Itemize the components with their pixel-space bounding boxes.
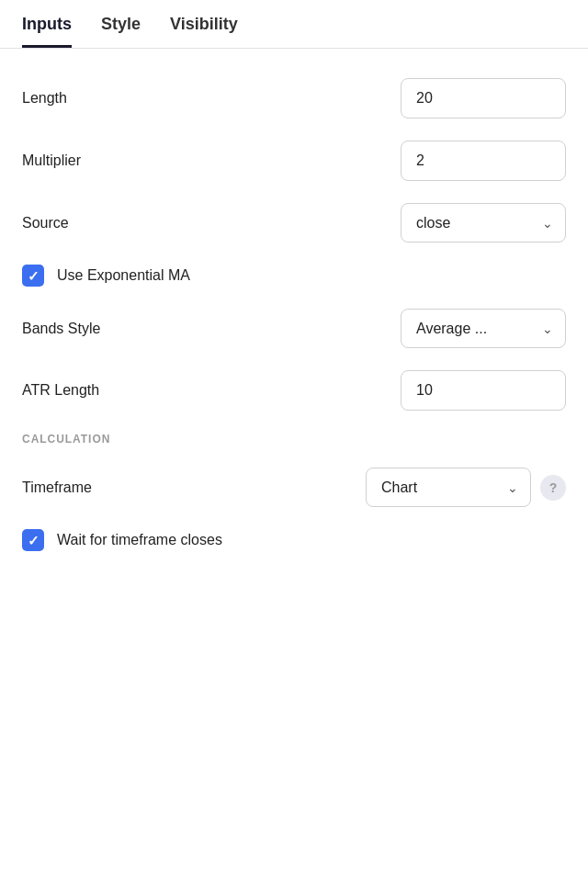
calculation-section: CALCULATION Timeframe Chart 1m 5m 15m 1h… <box>22 433 566 551</box>
wait-checkmark-icon: ✓ <box>28 534 40 547</box>
timeframe-right: Chart 1m 5m 15m 1h 4h 1D ⌄ ? <box>366 468 566 507</box>
bands-style-select-wrapper: Average ... Standard Deviation ATR ⌄ <box>401 309 566 348</box>
use-exponential-ma-label: Use Exponential MA <box>57 267 190 284</box>
tabs-bar: Inputs Style Visibility <box>0 0 588 49</box>
multiplier-label: Multiplier <box>22 152 81 169</box>
bands-style-label: Bands Style <box>22 321 100 337</box>
timeframe-select[interactable]: Chart 1m 5m 15m 1h 4h 1D <box>366 468 531 507</box>
calculation-section-label: CALCULATION <box>22 433 566 446</box>
timeframe-help-icon[interactable]: ? <box>540 475 566 501</box>
length-row: Length <box>22 78 566 118</box>
wait-for-timeframe-closes-row: ✓ Wait for timeframe closes <box>22 529 566 551</box>
source-select[interactable]: close open high low hl2 hlc3 ohlc4 <box>401 203 566 242</box>
wait-for-timeframe-closes-checkbox[interactable]: ✓ <box>22 529 44 551</box>
use-exponential-ma-row: ✓ Use Exponential MA <box>22 265 566 287</box>
multiplier-input[interactable] <box>401 141 566 181</box>
tab-style[interactable]: Style <box>101 15 141 48</box>
multiplier-row: Multiplier <box>22 141 566 181</box>
use-exponential-ma-checkbox[interactable]: ✓ <box>22 265 44 287</box>
length-input[interactable] <box>401 78 566 118</box>
tab-inputs[interactable]: Inputs <box>22 15 72 48</box>
atr-length-input[interactable] <box>401 370 566 411</box>
inputs-content: Length Multiplier Source close open high… <box>0 49 588 603</box>
tab-visibility[interactable]: Visibility <box>170 15 238 48</box>
timeframe-row: Timeframe Chart 1m 5m 15m 1h 4h 1D ⌄ ? <box>22 468 566 507</box>
wait-for-timeframe-closes-label: Wait for timeframe closes <box>57 532 222 548</box>
bands-style-select[interactable]: Average ... Standard Deviation ATR <box>401 309 566 348</box>
checkmark-icon: ✓ <box>28 269 40 283</box>
source-select-wrapper: close open high low hl2 hlc3 ohlc4 ⌄ <box>401 203 566 242</box>
timeframe-label: Timeframe <box>22 479 92 496</box>
atr-length-row: ATR Length <box>22 370 566 411</box>
bands-style-row: Bands Style Average ... Standard Deviati… <box>22 309 566 348</box>
atr-length-label: ATR Length <box>22 382 99 399</box>
timeframe-select-wrapper: Chart 1m 5m 15m 1h 4h 1D ⌄ <box>366 468 531 507</box>
length-label: Length <box>22 90 67 107</box>
source-row: Source close open high low hl2 hlc3 ohlc… <box>22 203 566 242</box>
source-label: Source <box>22 215 69 231</box>
